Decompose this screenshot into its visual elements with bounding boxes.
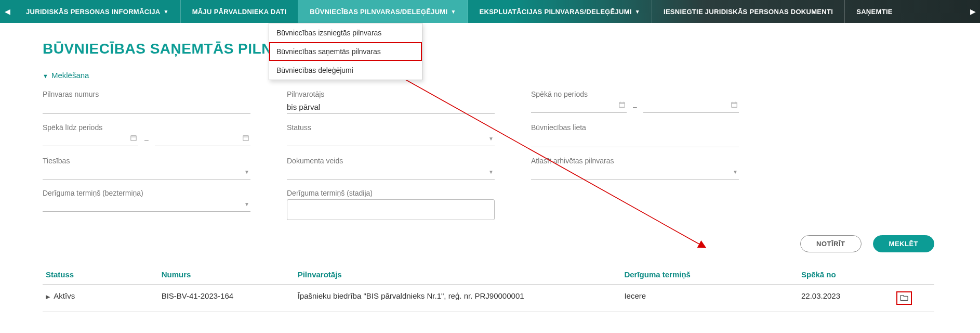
cell-deriguma: Iecere	[621, 285, 798, 312]
top-nav: ◀ JURIDISKĀS PERSONAS INFORMĀCIJA ▼ MĀJU…	[0, 0, 980, 23]
speka-no-from-input[interactable]	[531, 100, 627, 113]
field-label: Pilnvarotājs	[287, 90, 495, 98]
tiesibas-select[interactable]	[43, 167, 250, 180]
col-numurs[interactable]: Numurs	[158, 265, 295, 285]
speka-lidz-from-input[interactable]	[43, 134, 138, 146]
search-toggle-label: Meklēšana	[51, 71, 89, 80]
field-tiesibas: Tiesības	[43, 157, 250, 180]
pilnvaras-numurs-input[interactable]	[43, 100, 250, 114]
folder-icon	[900, 294, 908, 303]
nav-item-ekspluatacijas[interactable]: EKSPLUATĀCIJAS PILNVARAS/DELEĢĒJUMI ▼	[468, 0, 652, 23]
page-title: BŪVNIECĪBAS SAŅEMTĀS PILNVARAS	[43, 41, 934, 57]
field-statuss: Statuss	[287, 123, 495, 147]
col-statuss[interactable]: Statuss	[43, 265, 158, 285]
field-arhivetas: Atlasīt arhivētas pilnvaras	[531, 157, 739, 180]
cell-numurs: BIS-BV-41-2023-164	[158, 285, 295, 312]
svg-rect-2	[131, 136, 137, 141]
col-pilnvarotajs[interactable]: Pilnvarotājs	[295, 265, 621, 285]
speka-no-to-input[interactable]	[643, 100, 739, 113]
chevron-down-icon: ▼	[635, 9, 640, 15]
svg-rect-3	[243, 136, 249, 141]
nav-label: IESNIEGTIE JURIDISKĀS PERSONAS DOKUMENTI	[664, 8, 833, 16]
col-speka-no[interactable]: Spēkā no	[798, 265, 893, 285]
nav-scroll-right[interactable]: ▶	[965, 0, 980, 23]
open-folder-button[interactable]	[896, 291, 912, 305]
nav-item-maju[interactable]: MĀJU PĀRVALDNIEKA DATI	[181, 0, 299, 23]
search-toggle[interactable]: ▼Meklēšana	[43, 71, 934, 80]
deriguma-bez-select[interactable]	[43, 199, 250, 212]
dropdown-item-izsniegtas[interactable]: Būvniecības izsniegtās pilnvaras	[269, 23, 422, 42]
nav-label: EKSPLUATĀCIJAS PILNVARAS/DELEĢĒJUMI	[480, 8, 632, 16]
calendar-icon	[618, 101, 626, 110]
statuss-select[interactable]	[287, 134, 495, 146]
field-label: Spēkā līdz periods	[43, 123, 250, 132]
arhivetas-select[interactable]	[531, 167, 739, 180]
range-dash: –	[144, 136, 149, 144]
field-label: Būvniecības lieta	[531, 123, 739, 132]
field-label: Derīguma termiņš (beztermiņa)	[43, 189, 250, 197]
nav-label: SAŅEMTIE	[856, 8, 893, 16]
pilnvarotajs-input[interactable]	[287, 100, 495, 114]
dropdown-label: Būvniecības deleģējumi	[276, 66, 353, 74]
results-table: Statuss Numurs Pilnvarotājs Derīguma ter…	[43, 265, 934, 312]
nav-label: MĀJU PĀRVALDNIEKA DATI	[192, 8, 287, 16]
chevron-down-icon: ▼	[451, 9, 456, 15]
dropdown-label: Būvniecības saņemtās pilnvaras	[276, 47, 381, 56]
dokumenta-veids-select[interactable]	[287, 167, 495, 180]
nav-item-buvniecibas[interactable]: BŪVNIECĪBAS PILNVARAS/DELEĢĒJUMI ▼	[298, 0, 468, 23]
col-deriguma[interactable]: Derīguma termiņš	[621, 265, 798, 285]
clear-button[interactable]: NOTĪRĪT	[800, 235, 862, 252]
calendar-icon	[731, 101, 738, 110]
nav-item-sanemtie[interactable]: SAŅEMTIE	[845, 0, 904, 23]
search-button[interactable]: MEKLĒT	[873, 235, 934, 252]
table-row: ▶ Aktīvs BIS-BV-41-2023-164 Īpašnieku bi…	[43, 285, 934, 312]
svg-rect-1	[732, 103, 737, 108]
field-dokumenta-veids: Dokumenta veids	[287, 157, 495, 180]
field-label: Spēkā no periods	[531, 90, 739, 98]
cell-pilnvarotajs: Īpašnieku biedrība "BIS pārvaldnieks Nr.…	[295, 285, 621, 312]
expand-row-icon[interactable]: ▶	[46, 293, 50, 300]
page-body: BŪVNIECĪBAS SAŅEMTĀS PILNVARAS ▼Meklēšan…	[0, 23, 980, 312]
svg-rect-0	[619, 103, 625, 108]
nav-item-iesniegtie[interactable]: IESNIEGTIE JURIDISKĀS PERSONAS DOKUMENTI	[652, 0, 845, 23]
field-label: Statuss	[287, 123, 495, 132]
buvniecibas-lieta-input[interactable]	[531, 134, 739, 147]
field-label: Pilnvaras numurs	[43, 90, 250, 98]
field-label: Derīguma termiņš (stadija)	[287, 189, 495, 197]
calendar-icon	[130, 134, 137, 143]
field-deriguma-bez: Derīguma termiņš (beztermiņa)	[43, 189, 250, 222]
search-form: Pilnvaras numurs Pilnvarotājs Spēkā no p…	[43, 90, 934, 222]
cell-speka-no: 22.03.2023	[798, 285, 893, 312]
field-label: Atlasīt arhivētas pilnvaras	[531, 157, 739, 165]
calendar-icon	[242, 134, 249, 143]
chevron-down-icon: ▼	[164, 9, 169, 15]
dropdown-item-delegejumi[interactable]: Būvniecības deleģējumi	[269, 61, 422, 80]
field-pilnvaras-numurs: Pilnvaras numurs	[43, 90, 250, 114]
form-actions: NOTĪRĪT MEKLĒT	[43, 235, 934, 252]
field-buvniecibas-lieta: Būvniecības lieta	[531, 123, 739, 147]
deriguma-stad-input[interactable]	[287, 199, 495, 220]
range-dash: –	[633, 103, 637, 111]
field-speka-no: Spēkā no periods –	[531, 90, 739, 114]
dropdown-label: Būvniecības izsniegtās pilnvaras	[276, 29, 381, 37]
field-speka-lidz: Spēkā līdz periods –	[43, 123, 250, 147]
dropdown-item-sanemtas[interactable]: Būvniecības saņemtās pilnvaras	[269, 42, 422, 61]
field-pilnvarotajs: Pilnvarotājs	[287, 90, 495, 114]
nav-label: JURIDISKĀS PERSONAS INFORMĀCIJA	[26, 8, 161, 16]
chevron-down-icon: ▼	[43, 73, 48, 79]
speka-lidz-to-input[interactable]	[155, 134, 250, 146]
field-deriguma-stad: Derīguma termiņš (stadija)	[287, 189, 495, 222]
cell-statuss: Aktīvs	[54, 291, 75, 300]
nav-dropdown: Būvniecības izsniegtās pilnvaras Būvniec…	[269, 23, 422, 80]
nav-label: BŪVNIECĪBAS PILNVARAS/DELEĢĒJUMI	[310, 8, 447, 16]
nav-item-juridiskas[interactable]: JURIDISKĀS PERSONAS INFORMĀCIJA ▼	[15, 0, 181, 23]
nav-scroll-left[interactable]: ◀	[0, 0, 15, 23]
field-label: Tiesības	[43, 157, 250, 165]
field-label: Dokumenta veids	[287, 157, 495, 165]
